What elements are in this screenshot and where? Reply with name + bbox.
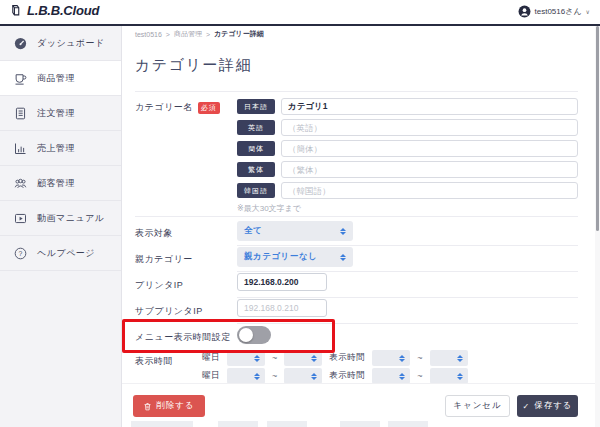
parent-category-label: 親カテゴリー: [135, 253, 193, 266]
sidebar-item-video-manual[interactable]: 動画マニュアル: [0, 201, 121, 236]
delete-button[interactable]: 削除する: [133, 395, 205, 417]
lang-row-traditional: 繁体: [237, 161, 578, 178]
partial-select[interactable]: [218, 421, 258, 427]
time-label: 表示時間: [329, 370, 365, 382]
row-divider: [237, 323, 578, 324]
breadcrumb-separator: >: [166, 31, 170, 38]
weekday-to-select[interactable]: [284, 350, 322, 366]
row-divider: [135, 216, 578, 217]
brand-logo[interactable]: L.B.B.Cloud: [9, 3, 99, 18]
page-title: カテゴリー詳細: [135, 56, 252, 75]
sidebar-item-sales[interactable]: 売上管理: [0, 131, 121, 166]
select-caret-icon: [340, 254, 346, 261]
chevron-down-icon: ∨: [586, 8, 590, 15]
range-separator: ~: [417, 353, 422, 363]
play-icon: [13, 211, 28, 226]
select-caret-icon: [311, 373, 317, 380]
select-caret-icon: [457, 373, 463, 380]
partial-select[interactable]: [388, 421, 428, 427]
lang-badge-traditional: 繁体: [237, 162, 275, 177]
sidebar-item-dashboard[interactable]: ダッシュボード: [0, 26, 121, 61]
sidebar-nav: ダッシュボード 商品管理 注文管理 売上管理 顧客管理: [0, 26, 122, 427]
category-name-input-japanese[interactable]: [281, 98, 578, 115]
user-name: test0516さん: [535, 6, 582, 17]
user-menu[interactable]: test0516さん ∨: [518, 5, 590, 18]
category-name-input-korean[interactable]: [281, 182, 578, 199]
lang-badge-korean: 韓国語: [237, 183, 275, 198]
category-name-label: カテゴリー名必須: [135, 101, 220, 114]
partial-select[interactable]: [131, 421, 193, 427]
time-row-2: 曜日 ~ 表示時間 ~: [202, 368, 468, 384]
bar-chart-icon: [13, 141, 28, 156]
partial-select[interactable]: [267, 421, 307, 427]
cancel-button[interactable]: キャンセル: [445, 395, 510, 417]
max-length-note: ※最大30文字まで: [237, 203, 301, 214]
time-from-select[interactable]: [372, 350, 410, 366]
sidebar-item-label: 注文管理: [37, 107, 75, 120]
lang-row-japanese: 日本語: [237, 98, 578, 115]
sidebar-item-label: ダッシュボード: [37, 37, 105, 50]
lang-row-korean: 韓国語: [237, 182, 578, 199]
lang-badge-japanese: 日本語: [237, 99, 275, 114]
app-window: L.B.B.Cloud test0516さん ∨ ダッシュボード 商品管理: [0, 0, 600, 427]
sidebar-item-label: 商品管理: [37, 72, 75, 85]
time-from-select[interactable]: [372, 368, 410, 384]
select-caret-icon: [254, 355, 260, 362]
breadcrumb-item[interactable]: test0516: [135, 31, 162, 38]
toggle-knob: [239, 328, 253, 342]
scrollbar-thumb[interactable]: [596, 26, 599, 231]
footer-action-bar: 削除する キャンセル ✓ 保存する: [122, 383, 600, 421]
breadcrumb-item[interactable]: 商品管理: [174, 29, 202, 39]
display-target-value: 全て: [244, 225, 262, 237]
category-name-input-english[interactable]: [281, 119, 578, 136]
category-name-label-text: カテゴリー名: [135, 102, 193, 112]
sidebar-item-help[interactable]: ? ヘルプページ: [0, 236, 121, 271]
save-button-label: 保存する: [534, 400, 572, 412]
required-badge: 必須: [198, 102, 220, 114]
save-button[interactable]: ✓ 保存する: [517, 395, 578, 417]
range-separator: ~: [272, 353, 277, 363]
top-header: L.B.B.Cloud test0516さん ∨: [0, 0, 600, 26]
lang-badge-simplified: 簡体: [237, 141, 275, 156]
sidebar-item-customers[interactable]: 顧客管理: [0, 166, 121, 201]
partial-select[interactable]: [340, 421, 380, 427]
weekday-to-select[interactable]: [284, 368, 322, 384]
gauge-icon: [13, 36, 28, 51]
people-icon: [13, 176, 28, 191]
display-target-select[interactable]: 全て: [237, 221, 353, 241]
breadcrumb-current: カテゴリー詳細: [214, 29, 264, 39]
printer-ip-input[interactable]: [237, 273, 327, 291]
svg-text:?: ?: [19, 250, 23, 257]
category-name-input-traditional[interactable]: [281, 161, 578, 178]
display-time-label: 表示時間: [135, 355, 173, 368]
weekday-label: 曜日: [202, 370, 220, 382]
lang-row-simplified: 簡体: [237, 140, 578, 157]
lang-badge-english: 英語: [237, 120, 275, 135]
breadcrumb-separator: >: [206, 31, 210, 38]
category-name-input-simplified[interactable]: [281, 140, 578, 157]
sidebar-item-label: 動画マニュアル: [37, 212, 105, 225]
printer-ip-label: プリンタIP: [135, 279, 183, 292]
time-to-select[interactable]: [430, 350, 468, 366]
weekday-from-select[interactable]: [227, 350, 265, 366]
select-caret-icon: [254, 373, 260, 380]
lang-row-english: 英語: [237, 119, 578, 136]
weekday-label: 曜日: [202, 352, 220, 364]
time-to-select[interactable]: [430, 368, 468, 384]
sub-printer-ip-label: サブプリンタIP: [135, 305, 203, 318]
menu-time-toggle[interactable]: [237, 326, 271, 344]
delete-button-label: 削除する: [156, 400, 194, 412]
sidebar-item-orders[interactable]: 注文管理: [0, 96, 121, 131]
select-caret-icon: [311, 355, 317, 362]
sidebar-item-label: ヘルプページ: [37, 247, 95, 260]
parent-category-select[interactable]: 親カテゴリーなし: [237, 247, 353, 267]
time-label: 表示時間: [329, 352, 365, 364]
row-divider: [237, 245, 578, 246]
sidebar-item-products[interactable]: 商品管理: [0, 61, 121, 96]
sub-printer-ip-input[interactable]: [237, 299, 327, 317]
weekday-from-select[interactable]: [227, 368, 265, 384]
sidebar-item-label: 売上管理: [37, 142, 75, 155]
title-divider: [135, 91, 578, 92]
trash-icon: [143, 402, 152, 411]
brand-name: L.B.B.Cloud: [27, 3, 99, 18]
